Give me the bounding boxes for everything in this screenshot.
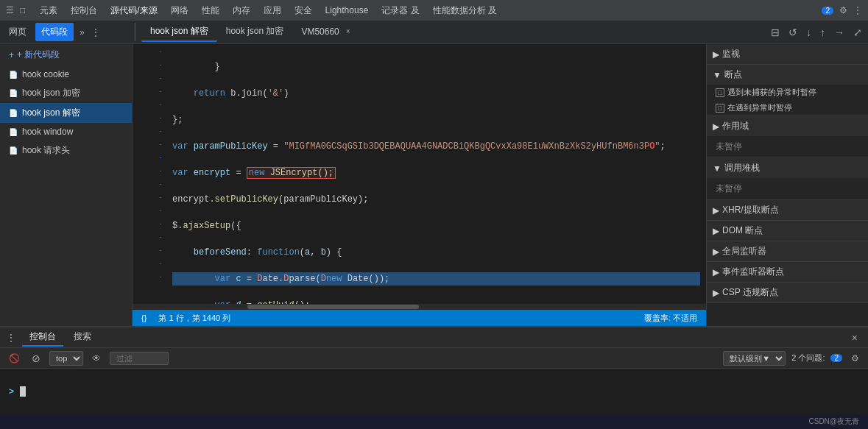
tab-console[interactable]: 控制台 <box>22 328 63 347</box>
menu-icon-2[interactable]: □ <box>20 5 25 15</box>
breakpoint-uncaught[interactable]: □ 遇到未捕获的异常时暂停 <box>707 85 868 100</box>
menu-sources[interactable]: 源代码/来源 <box>105 3 163 18</box>
file-tab-vm-label: VM50660 <box>301 26 339 37</box>
code-line-5: var encrypt = new JSEncrypt(); <box>172 166 700 180</box>
menu-icon-1[interactable]: ☰ <box>6 5 14 15</box>
gutter-line-6: - <box>155 110 166 124</box>
section-global-header[interactable]: ▶ 全局监听器 <box>707 241 868 261</box>
tab-snippets[interactable]: 代码段 <box>35 23 74 41</box>
code-content[interactable]: - - - - - - - - - - - - - - - - - - <box>133 44 706 304</box>
file-tab-hook-decrypt-label: hook json 解密 <box>150 25 208 38</box>
tab-action-expand[interactable]: ⤢ <box>850 25 865 40</box>
sidebar-item-hook-encrypt[interactable]: 📄 hook json 加密 <box>0 83 132 103</box>
watch-label: 监视 <box>722 48 740 60</box>
tab-action-up[interactable]: ↑ <box>817 25 828 40</box>
section-breakpoints-header[interactable]: ▼ 断点 <box>707 65 868 85</box>
console-context-select[interactable]: top <box>49 351 83 366</box>
scope-label: 作用域 <box>722 120 749 132</box>
bottom-console: ⋮ 控制台 搜索 × 🚫 ⊘ top 👁 默认级别▼ 2 个问题: 2 ⚙ > <box>0 326 868 414</box>
file-tab-vm-close[interactable]: × <box>344 26 353 36</box>
checkbox-exception[interactable]: □ <box>716 104 724 113</box>
sidebar-item-hook-encrypt-label: hook json 加密 <box>22 87 80 99</box>
sidebar-item-hook-decrypt[interactable]: 📄 hook json 解密 <box>0 103 132 123</box>
tab-webpage[interactable]: 网页 <box>3 23 32 41</box>
console-eye-icon[interactable]: 👁 <box>89 352 104 365</box>
tab-action-down[interactable]: ↓ <box>803 25 814 40</box>
watermark: CSDN@夜无青 <box>809 416 860 427</box>
event-arrow: ▶ <box>713 267 719 277</box>
menu-lighthouse[interactable]: Lighthouse <box>320 4 375 17</box>
sidebar-item-hook-request-label: hook 请求头 <box>22 144 70 157</box>
xhr-label: XHR/提取断点 <box>722 204 779 216</box>
code-line-4: var paramPublicKey = "MIGfMA0GCSqGSIb3DQ… <box>172 140 700 153</box>
menu-perf-insights[interactable]: 性能数据分析 及 <box>427 3 503 18</box>
menu-performance[interactable]: 性能 <box>196 3 225 18</box>
topbar-right-icons: 2 ⚙ ⋮ <box>820 5 862 15</box>
devtools-icons: ☰ □ <box>6 5 25 15</box>
scrollbar-thumb[interactable] <box>247 305 420 309</box>
more-icon[interactable]: ⋮ <box>853 5 862 15</box>
section-callstack-header[interactable]: ▼ 调用堆栈 <box>707 158 868 178</box>
file-tab-hook-encrypt[interactable]: hook json 加密 <box>217 22 293 42</box>
tab-more[interactable]: » <box>77 24 88 40</box>
sidebar-item-hook-window[interactable]: 📄 hook window <box>0 123 132 141</box>
left-sidebar: + + 新代码段 📄 hook cookie 📄 hook json 加密 📄 … <box>0 44 133 326</box>
breakpoint-exception-label: 在遇到异常时暂停 <box>727 102 792 113</box>
code-line-3: }; <box>172 113 700 127</box>
right-panel: ▶ 监视 ▼ 断点 □ 遇到未捕获的异常时暂停 □ 在遇到异常时暂停 ▶ 作用 <box>706 44 868 326</box>
sidebar-item-hook-request[interactable]: 📄 hook 请求头 <box>0 141 132 160</box>
settings-icon[interactable]: ⚙ <box>839 5 847 15</box>
console-cursor[interactable] <box>20 386 26 397</box>
sidebar-item-hook-cookie-label: hook cookie <box>22 69 69 79</box>
section-dom-header[interactable]: ▶ DOM 断点 <box>707 221 868 241</box>
tab-action-split[interactable]: ⊟ <box>768 25 783 40</box>
section-callstack: ▼ 调用堆栈 未暂停 <box>707 158 868 200</box>
file-icon-decrypt: 📄 <box>9 109 18 117</box>
console-close-button[interactable]: × <box>847 330 862 345</box>
code-lines[interactable]: } return b.join('&') }; var paramPublicK… <box>166 44 706 304</box>
file-tab-vm[interactable]: VM50660 × <box>292 24 361 41</box>
console-filter-input[interactable] <box>110 352 169 365</box>
tab-snippets-label: 代码段 <box>41 26 68 38</box>
editor-area: - - - - - - - - - - - - - - - - - - <box>133 44 706 326</box>
breakpoint-exception[interactable]: □ 在遇到异常时暂停 <box>707 100 868 116</box>
menu-elements[interactable]: 元素 <box>34 3 63 18</box>
gutter: - - - - - - - - - - - - - - - - - - <box>155 44 166 304</box>
global-arrow: ▶ <box>713 247 719 257</box>
menu-items: 元素 控制台 源代码/来源 网络 性能 内存 应用 安全 Lighthouse … <box>34 3 817 18</box>
section-csp-header[interactable]: ▶ CSP 违规断点 <box>707 283 868 302</box>
gutter-line-18: - <box>155 269 166 283</box>
console-clear-button[interactable]: 🚫 <box>6 352 23 365</box>
section-scope-header[interactable]: ▶ 作用域 <box>707 116 868 136</box>
menu-recorder[interactable]: 记录器 及 <box>375 3 425 18</box>
file-tab-hook-decrypt[interactable]: hook json 解密 <box>141 22 217 42</box>
menu-memory[interactable]: 内存 <box>227 3 256 18</box>
add-snippet-button[interactable]: + + 新代码段 <box>0 44 132 65</box>
callstack-content: 未暂停 <box>707 178 868 199</box>
menu-security[interactable]: 安全 <box>289 3 318 18</box>
console-tabs: ⋮ 控制台 搜索 × <box>0 327 868 348</box>
menu-network[interactable]: 网络 <box>165 3 194 18</box>
gutter-line-12: - <box>155 190 166 203</box>
tab-action-refresh[interactable]: ↺ <box>786 25 800 40</box>
tab-action-right[interactable]: → <box>831 25 847 40</box>
section-event-header[interactable]: ▶ 事件监听器断点 <box>707 262 868 282</box>
gutter-line-3: - <box>155 71 166 84</box>
section-breakpoints: ▼ 断点 □ 遇到未捕获的异常时暂停 □ 在遇到异常时暂停 <box>707 65 868 116</box>
console-settings-icon[interactable]: ⚙ <box>848 352 862 365</box>
section-watch-header[interactable]: ▶ 监视 <box>707 44 868 64</box>
code-line-9: var c = Date.Dparse(Dnew Date()); <box>172 272 700 286</box>
code-line-10: var d = getUuid(); <box>172 299 700 304</box>
menu-console[interactable]: 控制台 <box>65 3 103 18</box>
horizontal-scrollbar[interactable] <box>133 304 706 310</box>
section-xhr-header[interactable]: ▶ XHR/提取断点 <box>707 200 868 220</box>
file-icon-cookie: 📄 <box>9 71 18 79</box>
section-xhr: ▶ XHR/提取断点 <box>707 200 868 221</box>
console-level-select[interactable]: 默认级别▼ <box>723 351 786 366</box>
tab-more-options[interactable]: ⋮ <box>91 26 101 38</box>
checkbox-uncaught[interactable]: □ <box>716 88 724 97</box>
tab-search[interactable]: 搜索 <box>66 328 99 347</box>
console-drag-handle[interactable]: ⋮ <box>6 332 16 344</box>
menu-application[interactable]: 应用 <box>258 3 287 18</box>
sidebar-item-hook-cookie[interactable]: 📄 hook cookie <box>0 65 132 83</box>
